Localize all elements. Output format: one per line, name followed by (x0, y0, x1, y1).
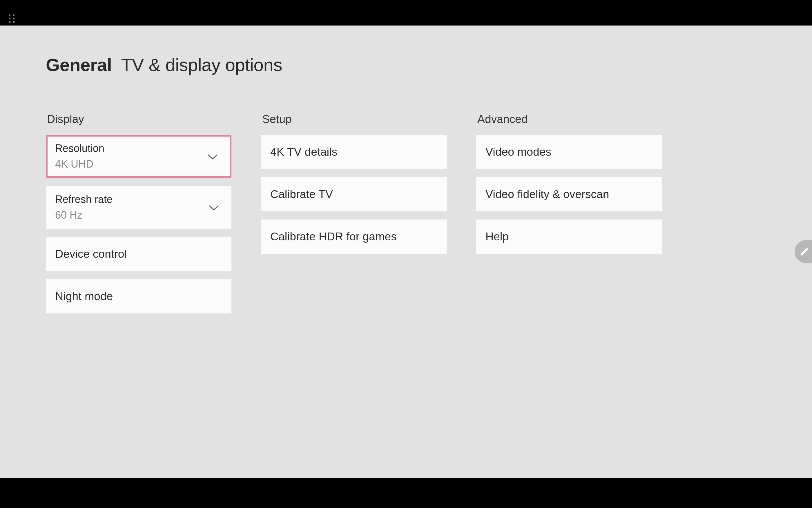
tile-label: Video fidelity & overscan (485, 188, 609, 200)
column-advanced: Advanced Video modes Video fidelity & ov… (476, 113, 662, 322)
title-page: TV & display options (121, 55, 282, 75)
chevron-down-icon (208, 201, 219, 214)
tile-label: 4K TV details (270, 145, 337, 158)
tile-night-mode[interactable]: Night mode (46, 279, 231, 313)
tile-label: Resolution (55, 142, 222, 155)
tile-video-modes[interactable]: Video modes (476, 135, 662, 169)
tile-label: Video modes (485, 145, 551, 158)
tile-help[interactable]: Help (476, 219, 662, 254)
column-header-setup: Setup (261, 113, 446, 126)
tile-calibrate-hdr[interactable]: Calibrate HDR for games (261, 219, 446, 254)
column-header-display: Display (46, 113, 231, 126)
tile-resolution[interactable]: Resolution 4K UHD (46, 135, 231, 178)
column-setup: Setup 4K TV details Calibrate TV Calibra… (261, 113, 446, 322)
column-display: Display Resolution 4K UHD Refresh rate 6… (46, 113, 231, 322)
tile-refresh-rate[interactable]: Refresh rate 60 Hz (46, 186, 231, 229)
tile-label: Calibrate TV (270, 188, 333, 200)
main-content: General TV & display options Display Res… (0, 26, 812, 478)
title-category: General (46, 55, 112, 75)
tile-value: 4K UHD (55, 158, 222, 170)
tile-label: Night mode (55, 290, 113, 302)
pencil-icon (800, 247, 809, 257)
tile-label: Device control (55, 248, 127, 260)
column-header-advanced: Advanced (476, 113, 662, 126)
tile-label: Refresh rate (55, 194, 222, 206)
tile-calibrate-tv[interactable]: Calibrate TV (261, 177, 446, 211)
tile-device-control[interactable]: Device control (46, 237, 231, 271)
tile-label: Help (485, 230, 509, 243)
tile-label: Calibrate HDR for games (270, 230, 397, 243)
tile-value: 60 Hz (55, 209, 222, 221)
settings-columns: Display Resolution 4K UHD Refresh rate 6… (46, 113, 812, 322)
top-bar (0, 0, 812, 26)
drag-handle-icon[interactable] (9, 14, 16, 23)
tile-4k-tv-details[interactable]: 4K TV details (261, 135, 446, 169)
page-title: General TV & display options (46, 54, 812, 75)
bottom-bar (0, 478, 812, 508)
tile-video-fidelity[interactable]: Video fidelity & overscan (476, 177, 662, 211)
chevron-down-icon (207, 150, 218, 163)
